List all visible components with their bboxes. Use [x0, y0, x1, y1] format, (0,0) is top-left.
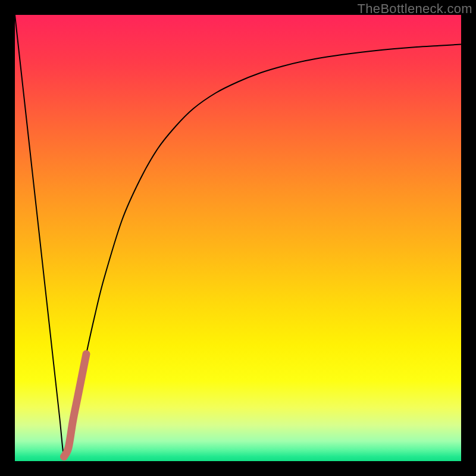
chart-svg	[15, 15, 461, 461]
watermark-text: TheBottleneck.com	[358, 1, 472, 17]
plot-area	[15, 15, 461, 461]
curve-layer	[15, 15, 461, 459]
highlight-segment	[64, 354, 87, 457]
chart-frame: TheBottleneck.com	[0, 0, 476, 476]
